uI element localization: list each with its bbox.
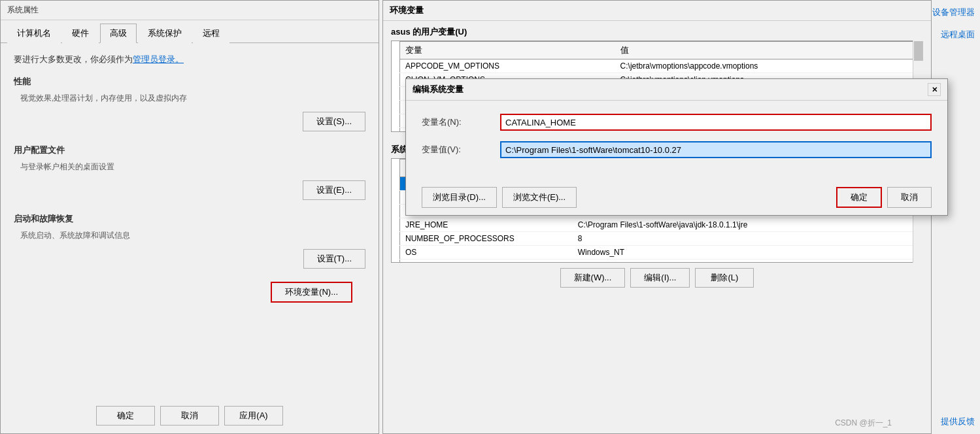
- var-value-label: 变量值(V):: [422, 144, 500, 156]
- close-button[interactable]: ✕: [928, 83, 941, 96]
- watermark: CSDN @折一_1: [835, 418, 892, 429]
- edit-var-dialog: 编辑系统变量 ✕ 变量名(N): 变量值(V): 浏览目录(D)... 浏览文件…: [405, 78, 948, 216]
- edit-var-titlebar: 编辑系统变量 ✕: [406, 79, 947, 101]
- section-userprofile-desc: 与登录帐户相关的桌面设置: [14, 161, 365, 173]
- performance-settings-button[interactable]: 设置(S)...: [303, 112, 365, 131]
- env-dialog-title-text: 环境变量: [390, 5, 424, 16]
- env-vars-button[interactable]: 环境变量(N)...: [271, 282, 352, 303]
- user-vars-label: asus 的用户变量(U): [383, 21, 931, 41]
- var-value-input[interactable]: [500, 141, 932, 158]
- var-name-label: 变量名(N):: [422, 116, 500, 128]
- table-row[interactable]: APPCODE_VM_OPTIONS C:\jetbra\vmoptions\a…: [400, 59, 920, 73]
- edit-var-title-text: 编辑系统变量: [413, 84, 464, 95]
- remote-desktop-link[interactable]: 远程桌面: [900, 29, 975, 41]
- user-vars-col-var: 变量: [400, 42, 615, 59]
- browse-file-button[interactable]: 浏览文件(E)...: [502, 187, 577, 208]
- delete-sys-var-button[interactable]: 删除(L): [695, 268, 754, 288]
- panel-content: 要进行大多数更改，你必须作为管理员登录。 性能 视觉效果,处理器计划，内存使用，…: [1, 43, 379, 313]
- section-userprofile-title: 用户配置文件: [14, 144, 365, 156]
- user-vars-col-val: 值: [615, 42, 920, 59]
- tab-advanced[interactable]: 高级: [100, 24, 137, 43]
- var-name-input[interactable]: [500, 114, 932, 131]
- panel-title: 系统属性: [1, 1, 379, 20]
- new-sys-var-button[interactable]: 新建(W)...: [560, 268, 626, 288]
- device-manager-link[interactable]: 设备管理器: [900, 7, 975, 18]
- tab-remote[interactable]: 远程: [193, 24, 229, 43]
- env-dialog-title: 环境变量: [383, 1, 931, 21]
- cancel-button[interactable]: 取消: [160, 406, 219, 426]
- system-vars-buttons: 新建(W)... 编辑(I)... 删除(L): [383, 263, 931, 293]
- tab-hardware[interactable]: 硬件: [62, 24, 99, 43]
- env-vars-dialog: 环境变量 asus 的用户变量(U) 变量 值 APPCODE_VM_OPTIO…: [382, 0, 932, 434]
- section-startup-desc: 系统启动、系统故障和调试信息: [14, 230, 365, 241]
- table-row[interactable]: NUMBER_OF_PROCESSORS 8: [400, 232, 920, 246]
- table-row[interactable]: JRE_HOME C:\Program Files\1-softWare\jav…: [400, 218, 920, 232]
- browse-dir-button[interactable]: 浏览目录(D)...: [422, 187, 497, 208]
- edit-var-body: 变量名(N): 变量值(V):: [406, 101, 947, 182]
- edit-var-ok-button[interactable]: 确定: [836, 187, 882, 208]
- section-startup-title: 启动和故障恢复: [14, 213, 365, 225]
- bottom-buttons: 确定 取消 应用(A): [1, 406, 379, 426]
- var-value-row: 变量值(V):: [422, 141, 932, 158]
- ok-button[interactable]: 确定: [96, 406, 155, 426]
- userprofile-settings-button[interactable]: 设置(E)...: [303, 180, 365, 200]
- tab-system-protection[interactable]: 系统保护: [138, 24, 192, 43]
- edit-var-cancel-button[interactable]: 取消: [887, 187, 932, 208]
- apply-button[interactable]: 应用(A): [224, 406, 283, 426]
- admin-link[interactable]: 管理员登录。: [133, 54, 184, 64]
- right-sidebar: 设备管理器 远程桌面 提供反馈: [895, 0, 980, 434]
- tab-computer-name[interactable]: 计算机名: [7, 24, 61, 43]
- section-performance-title: 性能: [14, 76, 365, 88]
- table-row[interactable]: Path C:\Program Files\Common Files\Oracl…: [400, 259, 920, 263]
- tabs-row: 计算机名 硬件 高级 系统保护 远程: [1, 20, 379, 43]
- table-row[interactable]: OS Windows_NT: [400, 246, 920, 259]
- edit-sys-var-button[interactable]: 编辑(I)...: [630, 268, 690, 288]
- panel-title-text: 系统属性: [7, 5, 39, 14]
- feedback-link[interactable]: 提供反馈: [900, 416, 975, 427]
- var-name-row: 变量名(N):: [422, 114, 932, 131]
- warning-text: 要进行大多数更改，你必须作为管理员登录。: [14, 54, 365, 65]
- system-properties-panel: 系统属性 计算机名 硬件 高级 系统保护 远程 要进行大多数更改，你必须作为管理…: [0, 0, 379, 434]
- section-performance-desc: 视觉效果,处理器计划，内存使用，以及虚拟内存: [14, 93, 365, 104]
- startup-settings-button[interactable]: 设置(T)...: [303, 249, 365, 269]
- edit-var-buttons: 浏览目录(D)... 浏览文件(E)... 确定 取消: [406, 182, 947, 213]
